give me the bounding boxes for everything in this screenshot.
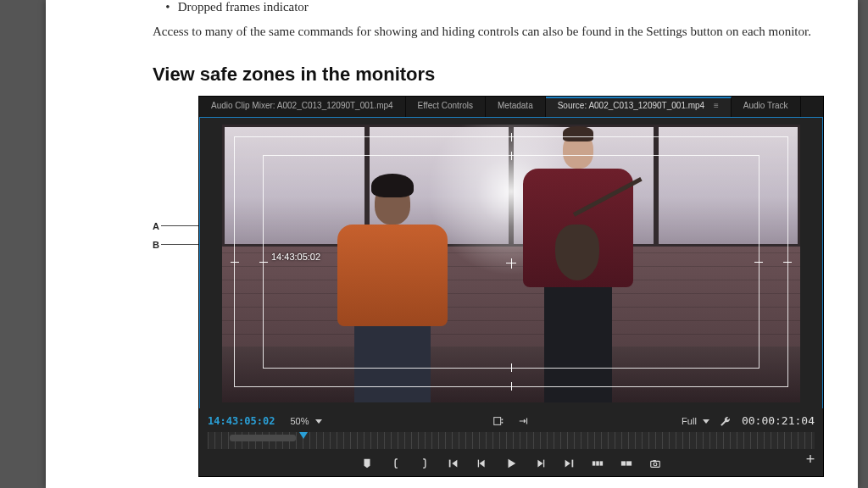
svg-rect-2 xyxy=(502,422,504,424)
bullet-dropped-frames: • Dropped frames indicator xyxy=(161,0,824,14)
tab-audio-track[interactable]: Audio Track xyxy=(732,97,801,117)
tab-label: Metadata xyxy=(498,101,533,110)
tab-label: Effect Controls xyxy=(418,101,473,110)
video-frame: 14:43:05:02 xyxy=(222,125,800,402)
callout-label-A: A xyxy=(153,221,159,231)
tab-menu-icon[interactable]: ≡ xyxy=(714,101,719,110)
go-to-in-button[interactable] xyxy=(447,457,460,470)
bullet-text: Dropped frames indicator xyxy=(178,0,309,14)
duration-timecode: 00:00:21:04 xyxy=(742,414,815,427)
transport-controls xyxy=(199,452,823,474)
step-forward-button[interactable] xyxy=(533,457,547,470)
tab-metadata[interactable]: Metadata xyxy=(486,97,546,117)
chevron-down-icon xyxy=(315,419,322,424)
step-back-button[interactable] xyxy=(476,457,489,470)
panel-tab-row: Audio Clip Mixer: A002_C013_12090T_001.m… xyxy=(199,97,823,118)
info-center-icons xyxy=(492,414,531,428)
playhead-icon[interactable] xyxy=(299,432,308,439)
tab-effect-controls[interactable]: Effect Controls xyxy=(406,97,486,117)
settings-wrench-icon[interactable] xyxy=(720,415,732,427)
export-frame-button[interactable] xyxy=(648,457,662,470)
mark-out-button[interactable] xyxy=(418,457,431,470)
fit-value: Full xyxy=(682,416,697,426)
svg-rect-1 xyxy=(502,419,504,420)
go-to-out-button[interactable] xyxy=(562,457,576,470)
callout-label-B: B xyxy=(153,240,159,250)
mark-in-button[interactable] xyxy=(389,457,403,470)
button-editor-plus[interactable]: + xyxy=(803,452,818,468)
fit-select[interactable]: Full xyxy=(682,416,709,426)
zoom-select[interactable]: 50% xyxy=(290,416,321,426)
tab-audio-clip-mixer[interactable]: Audio Clip Mixer: A002_C013_12090T_001.m… xyxy=(199,97,406,117)
svg-rect-3 xyxy=(449,459,451,467)
info-row: 14:43:05:02 50% xyxy=(208,413,815,429)
svg-rect-7 xyxy=(593,461,596,465)
heading-safe-zones: View safe zones in the monitors xyxy=(153,64,824,86)
svg-rect-5 xyxy=(543,459,544,467)
guitar-body-icon xyxy=(555,225,599,280)
svg-rect-14 xyxy=(653,460,656,462)
scene-floor xyxy=(222,347,800,402)
svg-rect-9 xyxy=(600,461,604,465)
current-timecode[interactable]: 14:43:05:02 xyxy=(208,415,275,427)
content-column: • Dropped frames indicator Access to man… xyxy=(153,0,824,475)
zoom-value: 50% xyxy=(290,416,309,426)
monitor-control-bar: 14:43:05:02 50% xyxy=(199,408,823,476)
svg-rect-8 xyxy=(596,461,599,465)
play-button[interactable] xyxy=(504,457,518,470)
time-ruler[interactable] xyxy=(208,432,815,449)
svg-point-13 xyxy=(654,463,657,466)
svg-rect-10 xyxy=(621,461,626,465)
tab-source[interactable]: Source: A002_C013_12090T_001.mp4 ≡ xyxy=(546,97,732,117)
svg-rect-0 xyxy=(494,417,501,424)
svg-rect-4 xyxy=(478,459,479,467)
clip-icon[interactable] xyxy=(492,414,505,428)
scene-person-right xyxy=(523,131,633,402)
source-monitor-panel: Audio Clip Mixer: A002_C013_12090T_001.m… xyxy=(198,96,824,477)
video-viewer[interactable]: 14:43:05:02 xyxy=(199,117,823,409)
scene-person-left xyxy=(337,182,448,402)
document-page: • Dropped frames indicator Access to man… xyxy=(46,0,858,488)
chevron-down-icon xyxy=(703,419,709,424)
ruler-scroll-thumb[interactable] xyxy=(230,435,296,441)
tab-label: Audio Clip Mixer: A002_C013_12090T_001.m… xyxy=(211,101,393,110)
add-marker-button[interactable] xyxy=(360,457,374,470)
svg-rect-11 xyxy=(626,461,632,465)
insert-button[interactable] xyxy=(591,457,604,470)
tab-label: Source: A002_C013_12090T_001.mp4 xyxy=(558,101,704,110)
drag-video-icon[interactable] xyxy=(517,414,531,428)
bullet-marker: • xyxy=(161,0,175,14)
tab-label: Audio Track xyxy=(743,101,788,110)
screenshot-safe-zones: A B Audio Clip Mixer: A002_C013_12090T_0… xyxy=(153,96,822,475)
overwrite-button[interactable] xyxy=(620,457,633,470)
paragraph-settings-button: Access to many of the same commands for … xyxy=(153,23,824,42)
scene-windows xyxy=(222,125,800,247)
svg-rect-6 xyxy=(572,459,574,467)
